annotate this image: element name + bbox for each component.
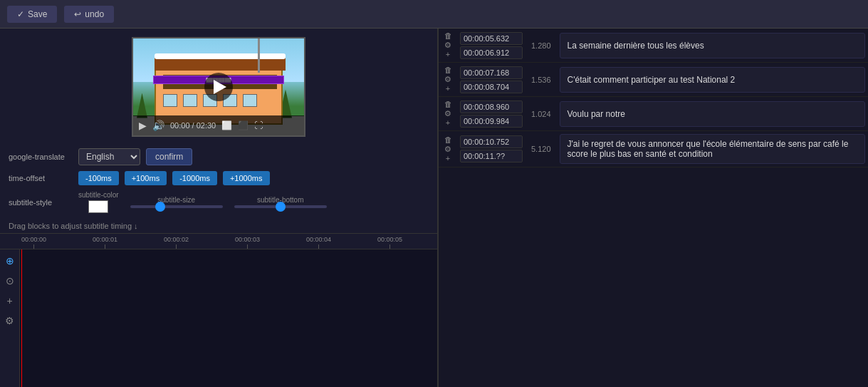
color-label: subtitle-color xyxy=(78,191,119,199)
play-button[interactable] xyxy=(204,73,233,101)
offset-plus1000-button[interactable]: +1000ms xyxy=(223,171,270,185)
subtitle-times-1 xyxy=(457,63,525,96)
left-panel: SOUTH PARK ELEM... xyxy=(0,29,438,387)
start-time-input-3[interactable] xyxy=(460,135,523,148)
cursor-icon[interactable]: ⊕ xyxy=(2,253,18,269)
timeline-ruler: 00:00:0000:00:0100:00:0200:00:0300:00:04… xyxy=(0,234,437,249)
save-button[interactable]: ✓ Save xyxy=(7,6,57,23)
start-time-input-0[interactable] xyxy=(460,32,523,45)
subtitle-actions-0: 🗑 ⚙ + xyxy=(439,29,457,61)
subtitle-style-label: subtitle-style xyxy=(9,198,73,207)
subtitle-duration-1: 1.536 xyxy=(525,76,557,84)
start-time-input-1[interactable] xyxy=(460,66,523,79)
ruler-tick: 00:00:00 xyxy=(21,236,46,249)
settings-tool-icon[interactable]: ⚙ xyxy=(2,313,18,329)
subtitle-text-2[interactable]: Voulu par notre xyxy=(560,101,865,127)
translate-label: google-translate xyxy=(9,153,73,161)
delete-icon-3[interactable]: 🗑 xyxy=(444,136,452,144)
color-swatch[interactable] xyxy=(88,200,108,213)
subtitle-times-0 xyxy=(457,29,525,62)
end-time-input-2[interactable] xyxy=(460,115,523,128)
video-player[interactable]: SOUTH PARK ELEM... xyxy=(132,37,305,137)
ruler-line xyxy=(33,244,34,249)
toolbar: ✓ Save ↩ undo xyxy=(0,0,868,29)
subtitle-times-3 xyxy=(457,133,525,165)
subtitle-style-row: subtitle-style subtitle-color subtitle-s… xyxy=(9,191,429,213)
add-icon-2[interactable]: + xyxy=(446,119,450,127)
offset-plus100-button[interactable]: +100ms xyxy=(125,171,167,185)
settings-icon[interactable]: ⬛ xyxy=(238,120,249,130)
offset-minus1000-button[interactable]: -1000ms xyxy=(172,171,217,185)
subtitle-duration-0: 1.280 xyxy=(525,41,557,50)
add-icon[interactable]: + xyxy=(2,293,18,309)
ruler-label: 00:00:03 xyxy=(235,236,260,243)
delete-icon-2[interactable]: 🗑 xyxy=(444,100,452,108)
subtitles-icon[interactable]: ⬜ xyxy=(221,120,232,130)
subtitle-actions-2: 🗑 ⚙ + xyxy=(439,98,457,130)
fullscreen-icon[interactable]: ⛶ xyxy=(254,120,263,130)
timeline-tracks[interactable]: ⊕ ⊙ + ⚙ La semaine dernière tous les élè… xyxy=(0,249,437,387)
translate-icon-0[interactable]: ⚙ xyxy=(444,41,451,49)
subtitle-row: 🗑 ⚙ + 1.280 La semaine dernière tous les… xyxy=(439,29,868,63)
subtitle-actions-3: 🗑 ⚙ + xyxy=(439,133,457,165)
delete-icon-0[interactable]: 🗑 xyxy=(444,32,452,40)
video-controls: ▶ 🔊 00:00 / 02:30 ⬜ ⬛ ⛶ xyxy=(133,115,304,135)
time-offset-label: time-offset xyxy=(9,174,73,182)
main-content: SOUTH PARK ELEM... xyxy=(0,29,868,387)
current-time: 00:00 / 02:30 xyxy=(170,121,216,130)
undo-label: undo xyxy=(85,9,104,19)
subtitle-duration-3: 5.120 xyxy=(525,145,557,153)
ruler-line xyxy=(105,244,105,249)
play-pause-icon[interactable]: ▶ xyxy=(139,120,147,131)
translate-row: google-translate English French Spanish … xyxy=(9,148,429,165)
subtitle-duration-2: 1.024 xyxy=(525,110,557,118)
end-time-input-1[interactable] xyxy=(460,81,523,93)
start-time-input-2[interactable] xyxy=(460,100,523,113)
subtitle-row: 🗑 ⚙ + 1.024 Voulu par notre xyxy=(439,97,868,131)
save-label: Save xyxy=(28,9,47,19)
subtitle-list: 🗑 ⚙ + 1.280 La semaine dernière tous les… xyxy=(438,29,868,387)
volume-icon[interactable]: 🔊 xyxy=(152,120,164,131)
controls-area: google-translate English French Spanish … xyxy=(0,143,437,219)
ruler-tick: 00:00:01 xyxy=(93,236,117,249)
delete-icon-1[interactable]: 🗑 xyxy=(444,66,452,74)
ruler-label: 00:00:02 xyxy=(164,236,189,243)
ruler-tick: 00:00:05 xyxy=(377,236,402,249)
ruler-label: 00:00:00 xyxy=(21,236,46,243)
add-icon-3[interactable]: + xyxy=(446,155,450,162)
translate-icon-1[interactable]: ⚙ xyxy=(444,76,451,83)
end-time-input-0[interactable] xyxy=(460,46,523,59)
ruler-label: 00:00:01 xyxy=(93,236,117,243)
zoom-icon[interactable]: ⊙ xyxy=(2,273,18,289)
subtitle-text-3[interactable]: J'ai le regret de vous annoncer que l'éc… xyxy=(560,134,865,164)
timeline[interactable]: 00:00:0000:00:0100:00:0200:00:0300:00:04… xyxy=(0,233,437,387)
subtitle-times-2 xyxy=(457,98,525,130)
offset-minus100-button[interactable]: -100ms xyxy=(78,171,119,185)
confirm-button[interactable]: confirm xyxy=(146,148,192,165)
timeline-tools: ⊕ ⊙ + ⚙ xyxy=(0,249,20,387)
play-triangle xyxy=(214,80,226,94)
ruler-line xyxy=(176,244,177,249)
translate-icon-2[interactable]: ⚙ xyxy=(444,110,451,118)
subtitle-actions-1: 🗑 ⚙ + xyxy=(439,63,457,96)
language-select[interactable]: English French Spanish German Japanese xyxy=(78,148,140,165)
translate-icon-3[interactable]: ⚙ xyxy=(444,145,451,153)
ruler-tick: 00:00:04 xyxy=(306,236,331,249)
video-area: SOUTH PARK ELEM... xyxy=(0,29,437,143)
subtitle-text-0[interactable]: La semaine dernière tous les élèves xyxy=(560,33,865,58)
subtitle-row: 🗑 ⚙ + 1.536 C'était comment participer a… xyxy=(439,63,868,97)
subtitle-text-1[interactable]: C'était comment participer au test Natio… xyxy=(560,67,865,93)
undo-icon: ↩ xyxy=(74,9,81,19)
ruler-label: 00:00:04 xyxy=(306,236,331,243)
add-icon-1[interactable]: + xyxy=(446,85,450,93)
ruler-tick: 00:00:03 xyxy=(235,236,260,249)
playhead xyxy=(21,249,22,387)
size-slider[interactable] xyxy=(130,205,223,208)
add-icon-0[interactable]: + xyxy=(446,51,450,58)
undo-button[interactable]: ↩ undo xyxy=(64,6,114,23)
end-time-input-3[interactable] xyxy=(460,150,523,162)
time-offset-row: time-offset -100ms +100ms -1000ms +1000m… xyxy=(9,171,429,185)
drag-instruction: Drag blocks to adjust subtitle timing ↓ xyxy=(0,219,437,233)
ruler-label: 00:00:05 xyxy=(377,236,402,243)
bottom-slider[interactable] xyxy=(234,205,327,208)
